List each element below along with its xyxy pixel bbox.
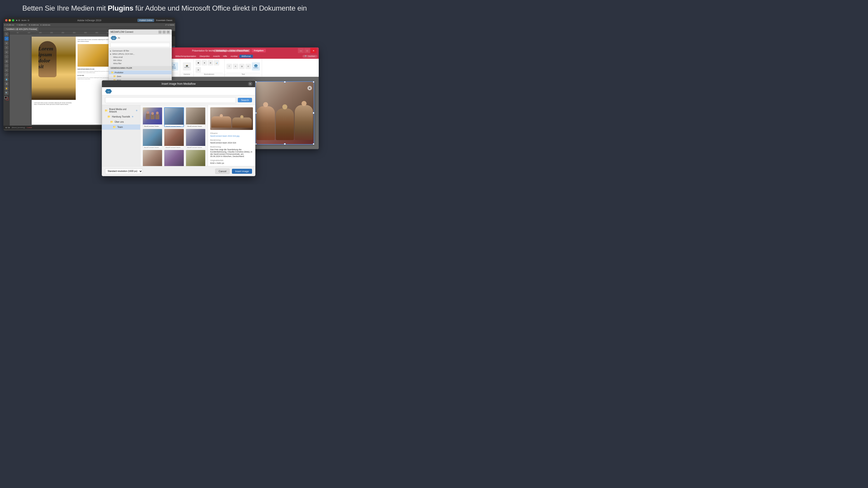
tool-pencil[interactable]: ✏ (4, 50, 8, 54)
nav-gemensam[interactable]: ▶ Gemensam till filer (110, 49, 170, 53)
nav-inbox-label: Min inbox (113, 59, 122, 61)
tool-free-transform[interactable]: ⤢ (4, 73, 8, 77)
menu-ansicht[interactable]: Ansicht (211, 55, 221, 58)
nav-mina-urval2[interactable]: Mina urval (110, 56, 170, 59)
search-label: Suchen (308, 55, 315, 57)
dialog-thumb-4[interactable]: NextConnect team 2024 012.jpg (143, 129, 162, 148)
orig-size-value: 8192 x 5461 px (210, 162, 253, 164)
dt-img-6 (186, 129, 205, 146)
folder-uber-uns[interactable]: 📁 Über uns (102, 119, 140, 125)
doc-left-col: Lorem ipsum dolor sit Lorem ipsum dolor … (32, 37, 76, 125)
tool-line[interactable]: / (4, 55, 8, 59)
dot-green[interactable] (12, 19, 14, 22)
neue-image-icon: ⊕ (174, 64, 175, 66)
filename-value: NextConnect team 2024 024.jpg (210, 135, 253, 137)
tool-rect-frame[interactable]: ⊡ (4, 59, 8, 63)
symbole-btn[interactable]: ★ (202, 60, 207, 66)
dt-label-2: NextConnect team 2024 024.jpg (164, 125, 183, 127)
menu-bildformat[interactable]: Bildformat (239, 55, 253, 58)
3d-modelle-btn[interactable]: ⊕ (195, 67, 201, 72)
cancel-button[interactable]: Cancel (215, 168, 230, 174)
textfeld-btn[interactable]: T (226, 64, 232, 69)
tool-scissors[interactable]: ✂ (4, 68, 8, 72)
formen-btn[interactable]: ⬟ (195, 60, 201, 66)
kopfzeile-btn[interactable]: ▤ (239, 64, 245, 69)
mfp-close-btn[interactable]: ✕ (166, 31, 170, 34)
search-icon: 🔍 (305, 55, 307, 57)
ribbon-icons-text: T A ▤ Ω //o Mediafow (226, 60, 260, 73)
menu-acrobat[interactable]: Acrobat (229, 55, 239, 58)
dialog-footer: Standard resolution (1600 px) Cancel Ins… (102, 166, 255, 176)
dot-red[interactable] (5, 19, 7, 22)
dialog-thumb-1[interactable]: NextConnect team 2024 005.jpg (143, 107, 162, 127)
dialog-thumb-2[interactable]: NextConnect team 2024 024.jpg (164, 107, 184, 127)
kamera-btn[interactable]: 📸 Kamera (183, 62, 191, 70)
desc-value: Das Foto zeigt die Teamleitung der Kunde… (210, 149, 253, 158)
resolution-select[interactable]: Standard resolution (1600 px) (105, 168, 143, 174)
dialog-thumb-3[interactable]: NextConnect team 2024 001.jpg (186, 107, 206, 127)
slide-image: ⊕ (255, 81, 314, 144)
menu-hilfe[interactable]: Hilfe (221, 55, 229, 58)
diagramm-btn[interactable]: 📊 (214, 60, 219, 66)
tool-pen[interactable]: ✒ (4, 41, 8, 45)
workspace-selector[interactable]: Essentials Classic (156, 19, 173, 22)
folder-hamburg[interactable]: 📁 Hamburg Touristik ⚙ (102, 114, 140, 119)
mfp-logo-text: //o (118, 37, 120, 39)
publish-online-button[interactable]: Publish Online (137, 19, 154, 22)
doc-left-text: Lorem ipsum dolor sit amet, consectetur … (34, 102, 73, 105)
ppt-close-btn[interactable]: ✕ (311, 48, 316, 53)
dialog-close-btn[interactable]: ✕ (248, 82, 252, 86)
kamera-icon: 📸 (186, 65, 188, 67)
nav-min-inbox[interactable]: Min inbox (110, 59, 170, 62)
orig-size-label: Originalstorlek: (210, 159, 253, 162)
tool-type[interactable]: T (4, 46, 8, 50)
document-tab[interactable]: *Untitled-1 @ 40% [GPU Preview] (4, 27, 39, 31)
tool-rect[interactable]: □ (4, 64, 8, 68)
dt-img-2 (164, 108, 183, 125)
ppt-search-box[interactable]: 🔍 Suchen (303, 55, 317, 58)
dot-yellow[interactable] (8, 19, 11, 22)
dialog-search-button[interactable]: Search (238, 98, 252, 102)
dt-img-7 (143, 150, 162, 167)
tool-zoom[interactable]: 🔍 (4, 91, 8, 95)
folder-brand[interactable]: 📁 Brand Media und Artwork ⚙ (102, 107, 140, 114)
dialog-info-panel: Filnamn: NextConnect team 2024 024.jpg B… (208, 105, 255, 171)
menu-bildschirm[interactable]: Bildschirmpräsentation (174, 55, 197, 58)
mfp-search-input[interactable] (110, 43, 170, 47)
tool-select[interactable]: ↖ (4, 32, 8, 36)
mfp-logo-bar: //o //o (109, 35, 172, 41)
nav-mina-urval[interactable]: ▶ MINA URVAL OCH MA... (110, 53, 170, 56)
dialog-mf-logo: //o (105, 89, 112, 94)
mfp-nav-section: ▶ Gemensam till filer ▶ MINA URVAL OCH M… (109, 48, 172, 66)
mfp-search-bar (109, 41, 172, 48)
ppt-minimize-btn[interactable]: — (298, 48, 304, 53)
insert-button[interactable]: Insert image (232, 169, 252, 174)
mfp-expand-btn[interactable]: □ (162, 31, 166, 34)
mediaflow-ribbon-btn[interactable]: //o Mediafow (252, 62, 260, 70)
nav-mina-filer[interactable]: Mina filer (110, 62, 170, 65)
smartart-btn[interactable]: ⊞ (208, 60, 213, 66)
mfp-logo-svg: //o (111, 36, 117, 40)
dialog-thumb-6[interactable]: NextConnect team 2024 003.jpg (186, 129, 206, 148)
ruler-400: 400 (91, 32, 102, 33)
folder-team[interactable]: 📁 Team (102, 125, 140, 130)
folder-produkter[interactable]: 📁 Produkter (109, 70, 172, 74)
tool-eyedropper[interactable]: 💧 (4, 77, 8, 81)
folder-dom[interactable]: 📁 Dom (109, 74, 172, 78)
freigaben-button[interactable]: Freigaben (252, 49, 266, 53)
symbole2-btn[interactable]: Ω (246, 64, 251, 69)
ruler-150: 150 (35, 32, 46, 33)
folder-brand-icon: 📁 (105, 109, 108, 112)
dialog-search-input[interactable] (105, 97, 236, 103)
tool-direct-select[interactable]: ↗ (4, 37, 8, 41)
dialog-thumb-5[interactable]: NextConnect team 2024 013.jpg (164, 129, 184, 148)
neue-image-label: NeueImage (172, 66, 176, 69)
tool-hand[interactable]: ✋ (4, 86, 8, 90)
ppt-restore-btn[interactable]: □ (304, 48, 310, 53)
coord-w: B: 24,809 mm (29, 24, 39, 26)
mfp-collapse-btn[interactable]: — (158, 31, 162, 34)
menu-ueberprufen[interactable]: Überprüfen (198, 55, 211, 58)
wordart-btn[interactable]: A (233, 64, 238, 69)
rotation-value: 0° (165, 24, 167, 26)
tool-measure[interactable]: ⊕ (4, 82, 8, 86)
